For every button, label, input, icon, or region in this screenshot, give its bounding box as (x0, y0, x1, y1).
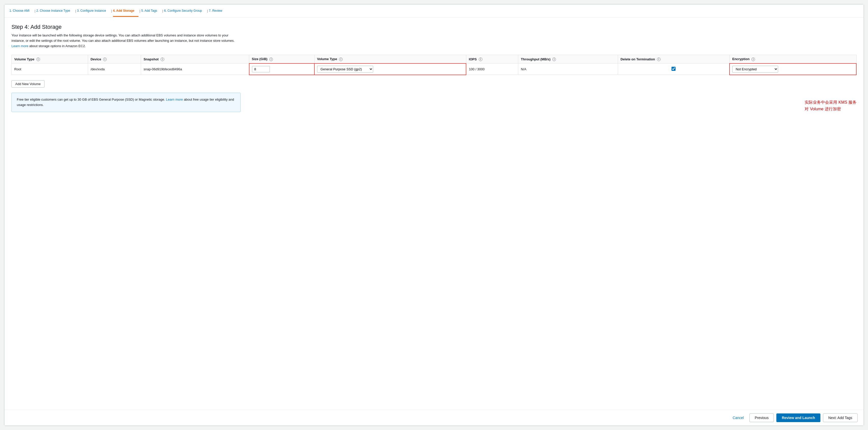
col-label-volume-type: Volume Type (14, 57, 34, 61)
step-separator-4: | (140, 9, 140, 13)
main-content: Step 4: Add Storage Your instance will b… (4, 18, 864, 410)
col-header-volume-type: Volume Type i (12, 55, 88, 63)
step-separator-5: | (162, 9, 163, 13)
wizard-step-review[interactable]: 7. Review (209, 5, 226, 17)
annotation-line2: 对 Volume 进行加密 (805, 106, 857, 112)
encryption-select[interactable]: Not Encrypted Encrypted (732, 66, 778, 73)
annotation-line1: 实际业务中会采用 KMS 服务 (805, 99, 857, 106)
review-launch-button[interactable]: Review and Launch (776, 413, 820, 422)
cancel-button[interactable]: Cancel (730, 414, 747, 421)
volume-type-select[interactable]: General Purpose SSD (gp2) Provisioned IO… (317, 66, 373, 73)
col-header-snapshot: Snapshot i (141, 55, 249, 63)
page-description-text1: Your instance will be launched with the … (11, 33, 235, 42)
info-icon-size[interactable]: i (269, 58, 273, 61)
info-box: Free tier eligible customers can get up … (11, 93, 241, 112)
col-header-throughput: Throughput (MB/s) i (518, 55, 618, 63)
col-label-size: Size (GiB) (252, 57, 267, 61)
wizard-step-instance-type[interactable]: 2. Choose Instance Type (36, 5, 74, 17)
col-label-device: Device (91, 57, 101, 61)
col-label-snapshot: Snapshot (144, 57, 159, 61)
delete-on-termination-checkbox[interactable] (672, 67, 676, 71)
info-box-text1: Free tier eligible customers can get up … (17, 97, 165, 102)
next-add-tags-button[interactable]: Next: Add Tags (823, 413, 858, 422)
footer: Cancel Previous Review and Launch Next: … (4, 410, 864, 426)
wizard-step-add-storage[interactable]: 4. Add Storage (113, 5, 138, 17)
col-header-volume-type-2: Volume Type i (314, 55, 466, 63)
step-separator-6: | (207, 9, 208, 13)
cell-size (249, 63, 314, 75)
col-header-iops: IOPS i (466, 55, 518, 63)
info-icon-volume-type-2[interactable]: i (339, 58, 343, 61)
cell-iops: 100 / 3000 (466, 63, 518, 75)
cell-encryption: Not Encrypted Encrypted (730, 63, 856, 75)
col-label-throughput: Throughput (MB/s) (521, 57, 550, 61)
cell-snapshot: snap-06d919bfeced8496a (141, 63, 249, 75)
col-label-encryption: Encryption (732, 57, 750, 61)
cell-device: /dev/xvda (88, 63, 141, 75)
previous-button[interactable]: Previous (749, 413, 774, 422)
info-box-learn-more-link[interactable]: Learn more (166, 97, 183, 102)
col-label-iops: IOPS (469, 57, 477, 61)
size-input[interactable] (252, 66, 270, 73)
step-separator-3: | (111, 9, 112, 13)
info-icon-snapshot[interactable]: i (161, 58, 164, 61)
info-icon-delete-on-termination[interactable]: i (657, 58, 660, 61)
learn-more-link-1[interactable]: Learn more (11, 44, 28, 48)
cell-volume-type: Root (12, 63, 88, 75)
storage-table-wrapper: Volume Type i Device i Snapshot i Size (11, 55, 857, 75)
wizard-step-configure-instance[interactable]: 3. Configure Instance (77, 5, 110, 17)
table-row: Root /dev/xvda snap-06d919bfeced8496a Ge… (12, 63, 857, 75)
cell-volume-type-select: General Purpose SSD (gp2) Provisioned IO… (314, 63, 466, 75)
info-icon-encryption[interactable]: i (751, 58, 755, 61)
cell-throughput: N/A (518, 63, 618, 75)
col-header-size: Size (GiB) i (249, 55, 314, 63)
col-header-delete-on-termination: Delete on Termination i (618, 55, 730, 63)
page-description-text2: about storage options in Amazon EC2. (29, 44, 86, 48)
col-header-device: Device i (88, 55, 141, 63)
info-icon-device[interactable]: i (103, 58, 107, 61)
info-icon-iops[interactable]: i (479, 58, 483, 61)
info-icon-volume-type[interactable]: i (36, 58, 40, 61)
wizard-navigation: 1. Choose AMI | 2. Choose Instance Type … (4, 4, 864, 18)
col-label-volume-type-2: Volume Type (317, 57, 337, 61)
info-icon-throughput[interactable]: i (552, 58, 556, 61)
annotation-text: 实际业务中会采用 KMS 服务 对 Volume 进行加密 (805, 99, 857, 112)
page-title: Step 4: Add Storage (11, 24, 857, 30)
wizard-step-ami[interactable]: 1. Choose AMI (9, 5, 34, 17)
cell-delete-on-termination (618, 63, 730, 75)
step-separator-2: | (75, 9, 76, 13)
col-label-delete-on-termination: Delete on Termination (621, 57, 655, 61)
table-header-row: Volume Type i Device i Snapshot i Size (12, 55, 857, 63)
add-new-volume-button[interactable]: Add New Volume (11, 80, 44, 88)
col-header-encryption: Encryption i (730, 55, 856, 63)
page-description: Your instance will be launched with the … (11, 33, 241, 49)
storage-table: Volume Type i Device i Snapshot i Size (11, 55, 857, 75)
step-separator-1: | (35, 9, 35, 13)
wizard-step-security-group[interactable]: 6. Configure Security Group (164, 5, 206, 17)
wizard-step-add-tags[interactable]: 5. Add Tags (141, 5, 161, 17)
